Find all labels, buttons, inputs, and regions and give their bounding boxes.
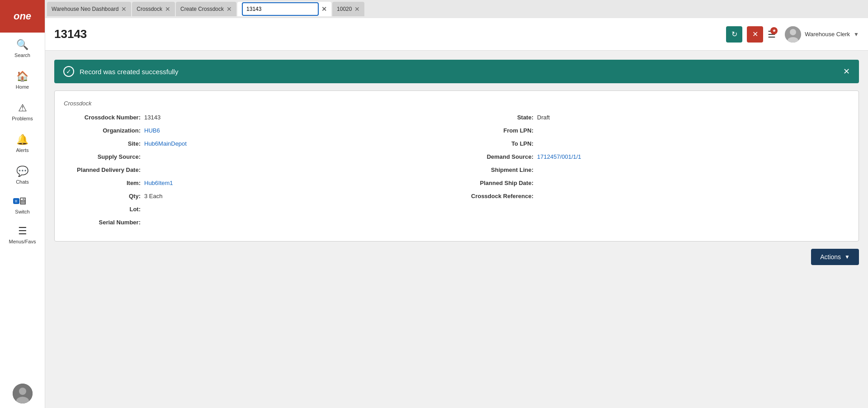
card-title: Crossdock (64, 100, 849, 107)
field-label: State: (457, 114, 533, 121)
tab-label: Crossdock (137, 6, 162, 12)
field-qty: Qty: 3 Each (64, 193, 457, 199)
actions-dropdown-icon: ▼ (844, 254, 850, 260)
tab-create-crossdock[interactable]: Create Crossdock ✕ (176, 2, 236, 16)
sidebar-item-switch[interactable]: 🖥 ≡ Switch (0, 191, 45, 219)
tab-close-icon[interactable]: ✕ (165, 6, 170, 12)
user-role-label: Warehouse Clerk (805, 31, 850, 38)
demand-source-link[interactable]: 1712457/001/1/1 (537, 153, 581, 160)
field-from-lpn: From LPN: (457, 127, 849, 134)
field-supply-source: Supply Source: (64, 153, 457, 160)
notification-button[interactable]: ☰ ★ (768, 29, 776, 40)
search-icon: 🔍 (16, 39, 28, 51)
page-content: ✓ Record was created successfully ✕ Cros… (45, 51, 868, 408)
organization-link[interactable]: HUB6 (144, 127, 160, 134)
tab-label: Create Crossdock (180, 6, 224, 12)
avatar[interactable] (13, 384, 33, 403)
field-value: Draft (537, 114, 550, 121)
sidebar-item-home[interactable]: 🏠 Home (0, 64, 45, 96)
switch-badge: ≡ (13, 198, 19, 204)
field-label: Qty: (64, 193, 141, 199)
chat-icon: 💬 (16, 166, 28, 177)
success-message: Record was created successfully (80, 68, 838, 76)
field-organization: Organization: HUB6 (64, 127, 457, 134)
tab-close-icon[interactable]: ✕ (354, 6, 360, 12)
main-content: Warehouse Neo Dashboard ✕ Crossdock ✕ Cr… (45, 0, 868, 408)
sidebar-item-alerts[interactable]: 🔔 Alerts (0, 128, 45, 159)
tab-13143[interactable]: ✕ (237, 2, 331, 16)
field-label: Demand Source: (457, 153, 533, 160)
sidebar-item-label: Home (16, 84, 29, 90)
field-demand-source: Demand Source: 1712457/001/1/1 (457, 153, 849, 160)
field-lot: Lot: (64, 206, 457, 213)
refresh-button[interactable]: ↻ (726, 26, 742, 43)
user-dropdown-icon[interactable]: ▼ (854, 31, 859, 38)
field-value: 13143 (144, 114, 160, 121)
menus-icon: ☰ (18, 225, 27, 237)
sidebar-item-chats[interactable]: 💬 Chats (0, 159, 45, 191)
field-label: Site: (64, 140, 141, 147)
page-header: 13143 ↻ ✕ ☰ ★ Warehouse Clerk ▼ (45, 18, 868, 51)
actions-button[interactable]: Actions ▼ (811, 249, 859, 265)
svg-point-4 (790, 29, 796, 35)
field-label: Crossdock Number: (64, 114, 141, 121)
tab-close-icon[interactable]: ✕ (226, 6, 232, 12)
field-label: Crossdock Reference: (457, 193, 533, 199)
svg-point-1 (19, 388, 26, 395)
success-banner: ✓ Record was created successfully ✕ (54, 60, 859, 83)
item-link[interactable]: Hub6Item1 (144, 180, 173, 186)
tab-10020[interactable]: 10020 ✕ (332, 2, 364, 16)
actions-label: Actions (820, 253, 841, 261)
sidebar-item-search[interactable]: 🔍 Search (0, 33, 45, 64)
site-link[interactable]: Hub6MainDepot (144, 140, 187, 147)
tab-bar: Warehouse Neo Dashboard ✕ Crossdock ✕ Cr… (45, 0, 868, 18)
sidebar-item-problems[interactable]: ⚠ Problems (0, 96, 45, 128)
field-planned-delivery: Planned Delivery Date: (64, 166, 457, 173)
field-to-lpn: To LPN: (457, 140, 849, 147)
success-check-icon: ✓ (63, 66, 74, 77)
sidebar-item-label: Chats (16, 179, 29, 185)
tab-label: 10020 (337, 6, 352, 12)
fields-left: Crossdock Number: 13143 Organization: HU… (64, 114, 457, 232)
tab-close-icon[interactable]: ✕ (121, 6, 127, 12)
sidebar-item-label: Alerts (16, 147, 28, 153)
banner-close-button[interactable]: ✕ (843, 66, 850, 76)
notification-badge: ★ (770, 27, 778, 34)
field-label: Lot: (64, 206, 141, 213)
field-site: Site: Hub6MainDepot (64, 140, 457, 147)
sidebar-item-label: Search (14, 52, 30, 58)
close-button[interactable]: ✕ (747, 26, 763, 43)
field-serial-number: Serial Number: (64, 219, 457, 226)
tab-crossdock[interactable]: Crossdock ✕ (132, 2, 175, 16)
field-value: 3 Each (144, 193, 162, 199)
warning-icon: ⚠ (18, 102, 27, 114)
field-crossdock-number: Crossdock Number: 13143 (64, 114, 457, 121)
field-state: State: Draft (457, 114, 849, 121)
field-label: Shipment Line: (457, 166, 533, 173)
field-label: From LPN: (457, 127, 533, 134)
field-label: Item: (64, 180, 141, 186)
crossdock-card: Crossdock Crossdock Number: 13143 Organi… (54, 90, 859, 242)
sidebar: one 🔍 Search 🏠 Home ⚠ Problems 🔔 Alerts … (0, 0, 45, 408)
tab-input-13143[interactable] (242, 2, 319, 16)
tab-close-icon[interactable]: ✕ (321, 6, 327, 12)
app-logo[interactable]: one (0, 0, 45, 33)
crossdock-fields: Crossdock Number: 13143 Organization: HU… (64, 114, 849, 232)
page-title: 13143 (54, 27, 726, 41)
logo-text: one (14, 10, 31, 22)
field-item: Item: Hub6Item1 (64, 180, 457, 186)
page-footer: Actions ▼ (54, 242, 859, 265)
user-section: Warehouse Clerk ▼ (785, 26, 859, 43)
sidebar-item-label: Problems (12, 116, 33, 121)
sidebar-item-label: Menus/Favs (9, 239, 36, 244)
tab-dashboard[interactable]: Warehouse Neo Dashboard ✕ (47, 2, 131, 16)
user-avatar (785, 26, 801, 43)
bell-icon: 🔔 (16, 134, 28, 146)
home-icon: 🏠 (16, 71, 28, 82)
switch-icon: 🖥 ≡ (18, 195, 28, 207)
field-label: Planned Ship Date: (457, 180, 533, 186)
field-label: To LPN: (457, 140, 533, 147)
field-label: Organization: (64, 127, 141, 134)
sidebar-item-menus[interactable]: ☰ Menus/Favs (0, 219, 45, 251)
field-label: Serial Number: (64, 219, 141, 226)
